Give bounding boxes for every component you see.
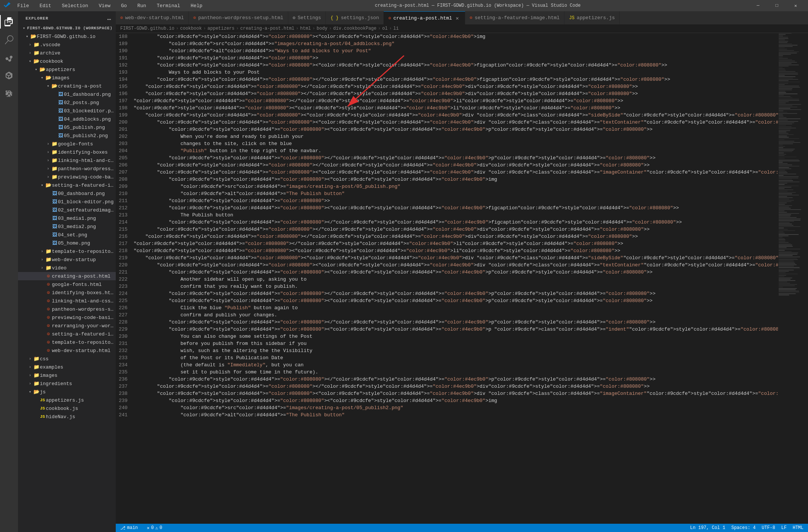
activity-extensions[interactable] [0, 85, 18, 103]
tree-item-03-media2[interactable]: 🖼 03_media2.png [18, 222, 116, 231]
code-line: "color:#9cdcfe">style"color:#d4d4d4">="c… [133, 119, 778, 126]
tree-item-js[interactable]: ▾ 📂 js [18, 388, 116, 396]
tree-item-examples[interactable]: › 📁 examples [18, 363, 116, 371]
tab-settings-json[interactable]: { } settings.json [326, 11, 384, 24]
breadcrumb-part-2[interactable]: appetizers [207, 26, 235, 31]
breadcrumb-part-0[interactable]: FIRST-GDWD.github.io [120, 26, 174, 31]
tree-item-ingredients[interactable]: › 📁 ingredients [18, 379, 116, 388]
tree-item-web-dev-startup[interactable]: › 📁 web-dev-startup [18, 255, 116, 264]
tree-item-01-dashboard[interactable]: 🖼 01_dashboard.png [18, 90, 116, 98]
tree-item-cookbook-js[interactable]: JS cookbook.js [18, 404, 116, 413]
tab-creating-a-post[interactable]: ⊙ creating-a-post.html ✕ [384, 11, 465, 24]
tree-item-identifying-boxes-html[interactable]: ⊙ identifying-boxes.html [18, 289, 116, 297]
tree-item-web-dev-startup-html[interactable]: ⊙ web-dev-startup.html [18, 346, 116, 355]
tree-item-first-gdwd[interactable]: ▾ 📂 FIRST-GDWD.github.io [18, 32, 116, 41]
breadcrumb-part-6[interactable]: div.cookbookPage [333, 26, 377, 31]
tree-item-google-fonts[interactable]: › 📁 google-fonts [18, 140, 116, 148]
tree-item-setting-featured-html[interactable]: ⊙ setting-a-featured-image.html [18, 330, 116, 338]
tree-item-05-publish[interactable]: 🖼 05_publish.png [18, 123, 116, 131]
menu-edit[interactable]: Edit [36, 2, 55, 10]
tree-item-setting-featured[interactable]: ▾ 📂 setting-a-featured-image [18, 181, 116, 189]
activity-source-control[interactable] [0, 49, 18, 67]
menu-terminal[interactable]: Terminal [153, 2, 184, 10]
tree-item-04-addblocks[interactable]: 🖼 04_addblocks.png [18, 115, 116, 123]
tree-item-archive[interactable]: › 📁 archive [18, 49, 116, 57]
menu-help[interactable]: Help [187, 2, 206, 10]
menu-view[interactable]: View [95, 2, 114, 10]
breadcrumb-part-5[interactable]: body [317, 26, 328, 31]
tree-item-previewing[interactable]: › 📁 previewing-code-basic [18, 173, 116, 181]
tree-item-google-fonts-html[interactable]: ⊙ google-fonts.html [18, 280, 116, 289]
breadcrumb-part-3[interactable]: creating-a-post.html [240, 26, 294, 31]
tree-item-identifying-boxes[interactable]: › 📁 identifying-boxes [18, 148, 116, 156]
maximize-button[interactable]: □ [768, 0, 785, 11]
tab-appetizers-js[interactable]: JS appetizers.js [564, 11, 620, 24]
tree-item-cookbook[interactable]: ▾ 📂 cookbook [18, 57, 116, 65]
status-errors[interactable]: ✕ 0 ⚠ 0 [145, 525, 164, 531]
tab-label: web-dev-startup.html [125, 15, 184, 21]
code-editor[interactable]: "color:#9cdcfe">style"color:#d4d4d4">="c… [132, 33, 778, 524]
breadcrumb-part-7[interactable]: ol [382, 26, 387, 31]
status-encoding[interactable]: UTF-8 [760, 525, 777, 530]
git-branch-icon: ⎇ [120, 525, 126, 531]
tree-item-template-repo[interactable]: › 📁 template-to-repository [18, 247, 116, 255]
tree-item-02-posts[interactable]: 🖼 02_posts.png [18, 98, 116, 107]
code-line: "color:#9cdcfe">style"color:#d4d4d4">="c… [133, 112, 778, 119]
tree-item-00-dashboard[interactable]: 🖼 00_dashboard.png [18, 189, 116, 198]
tree-item-images-appetizers[interactable]: ▾ 📂 images [18, 74, 116, 82]
tree-item-images-root[interactable]: › 📁 images [18, 371, 116, 379]
tab-settings[interactable]: ⚙ Settings [288, 11, 326, 24]
tree-item-01-block-editor[interactable]: 🖼 01_block-editor.png [18, 198, 116, 206]
tree-item-03-media1[interactable]: 🖼 03_media1.png [18, 214, 116, 222]
tree-item-creating-a-post-html[interactable]: ⊙ creating-a-post.html [18, 272, 116, 280]
tab-setting-featured[interactable]: ⊙ setting-a-featured-image.html [465, 11, 564, 24]
tree-item-linking-html[interactable]: › 📁 linking-html-and-css [18, 156, 116, 165]
status-language[interactable]: HTML [791, 525, 805, 530]
tree-item-pantheon[interactable]: › 📁 pantheon-wordpress-setup [18, 165, 116, 173]
tree-item-appetizers-js[interactable]: JS appetizers.js [18, 396, 116, 404]
code-line: Another sidebar will open up, asking you… [133, 276, 778, 283]
minimize-button[interactable]: ― [749, 0, 767, 11]
tree-workspace[interactable]: ▾ FIRST-GDWD.GITHUB.IO (WORKSPACE) [18, 24, 116, 32]
tree-item-appetizers[interactable]: ▾ 📂 appetizers [18, 65, 116, 74]
tree-item-css[interactable]: › 📁 css [18, 355, 116, 363]
activity-run-debug[interactable] [0, 67, 18, 85]
css-arrow: › [27, 357, 33, 361]
tab-close-icon[interactable]: ✕ [454, 15, 460, 21]
menu-go[interactable]: Go [117, 2, 131, 10]
sidebar-tree[interactable]: ▾ FIRST-GDWD.GITHUB.IO (WORKSPACE) ▾ 📂 F… [18, 24, 116, 532]
tree-item-03-blockeditor[interactable]: 🖼 03_blockeditor.png [18, 107, 116, 115]
status-line-col[interactable]: Ln 197, Col 1 [688, 525, 727, 530]
minimap[interactable] [778, 33, 808, 524]
error-icon: ✕ [147, 525, 150, 531]
activity-search[interactable] [0, 31, 18, 49]
menu-run[interactable]: Run [133, 2, 150, 10]
activity-explorer[interactable] [0, 13, 18, 31]
tree-item-vscode[interactable]: › 📁 .vscode [18, 41, 116, 49]
tree-item-04-set[interactable]: 🖼 04_set.png [18, 231, 116, 239]
menu-file[interactable]: File [14, 2, 33, 10]
tree-item-video[interactable]: › 📁 video [18, 264, 116, 272]
tree-item-05-home[interactable]: 🖼 05_home.png [18, 239, 116, 247]
tree-item-template-repo-html[interactable]: ⊙ template-to-repository.html [18, 338, 116, 346]
status-spaces[interactable]: Spaces: 4 [730, 525, 757, 530]
breadcrumb-part-8[interactable]: li [393, 26, 399, 31]
tree-item-rearranging-html[interactable]: ⊙ rearranging-your-workspace.html [18, 322, 116, 330]
tree-item-02-setfeatured[interactable]: 🖼 02_setfeaturedimage.png [18, 206, 116, 214]
tab-pantheon[interactable]: ⊙ pantheon-wordpress-setup.html [189, 11, 288, 24]
tab-web-dev-startup[interactable]: ⊙ web-dev-startup.html [116, 11, 189, 24]
status-branch[interactable]: ⎇ main [119, 525, 139, 531]
status-line-ending[interactable]: LF [780, 525, 788, 530]
line-number: 198 [119, 104, 127, 112]
tree-item-hidenav-js[interactable]: JS hideNav.js [18, 413, 116, 421]
sidebar-more-icon[interactable]: … [107, 15, 111, 22]
tree-item-linking-html-css-html[interactable]: ⊙ linking-html-and-css.html [18, 297, 116, 305]
tree-item-previewing-html[interactable]: ⊙ previewing-code-basic.html [18, 313, 116, 322]
tree-item-pantheon-html[interactable]: ⊙ pantheon-wordpress-setup.html [18, 305, 116, 313]
tree-item-creating-a-post-folder[interactable]: ▾ 📂 creating-a-post [18, 82, 116, 90]
breadcrumb-part-1[interactable]: cookbook [180, 26, 202, 31]
breadcrumb-part-4[interactable]: html [300, 26, 311, 31]
menu-selection[interactable]: Selection [58, 2, 92, 10]
tree-item-05-publish2[interactable]: 🖼 05_publish2.png [18, 131, 116, 140]
close-button[interactable]: ✕ [787, 0, 804, 11]
